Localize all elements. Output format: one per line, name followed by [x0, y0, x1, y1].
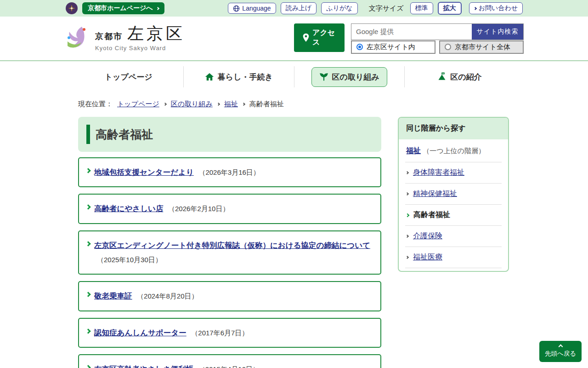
article-item: 左京区エンディングノート付き特別広報誌（仮称）における協定の締結について （20…	[78, 230, 381, 275]
sidebar-item-welfare-medical[interactable]: 福祉医療	[405, 247, 502, 268]
article-link[interactable]: 地域包括支援センターだより	[94, 168, 194, 176]
page-title: 高齢者福祉	[96, 127, 153, 142]
main-navigation: トップページ 暮らし・手続き 区の取り組み	[0, 61, 588, 92]
article-link[interactable]: 認知症あんしんサポーター	[94, 328, 187, 337]
sidebar-item-label[interactable]: 介護保険	[413, 231, 442, 241]
contact-label: お問い合わせ	[479, 4, 518, 12]
article-link[interactable]: 左京区高齢者やさしさ便利帳	[94, 365, 193, 368]
map-pin-icon	[302, 33, 310, 42]
article-link[interactable]: 左京区エンディングノート付き特別広報誌（仮称）における協定の締結について	[94, 241, 370, 249]
nav-introduction-label: 区の紹介	[450, 72, 481, 82]
page-title-box: 高齢者福祉	[78, 117, 381, 152]
article-item: 左京区高齢者やさしさ便利帳 （2015年4月10日）	[78, 354, 381, 368]
nav-top-page-label: トップページ	[105, 72, 153, 82]
breadcrumb-link-top[interactable]: トップページ	[117, 100, 159, 109]
font-large-button[interactable]: 拡大	[438, 2, 462, 15]
article-link[interactable]: 高齢者にやさしい店	[94, 204, 163, 213]
chevron-right-icon	[85, 241, 90, 246]
scope-city-label: 京都市サイト全体	[455, 43, 510, 52]
mountain-flag-icon	[437, 72, 447, 81]
main-content: 高齢者福祉 地域包括支援センターだより （2026年3月16日） 高齢者にやさし…	[78, 117, 381, 368]
furigana-button[interactable]: ふりがな	[321, 2, 357, 14]
nav-living-procedures[interactable]: 暮らし・手続き	[183, 66, 294, 87]
nav-ward-initiatives[interactable]: 区の取り組み	[294, 66, 404, 87]
article-date: （2017年6月7日）	[191, 329, 249, 337]
sidebar-item-label[interactable]: 身体障害者福祉	[413, 168, 464, 178]
logo-ward-text: 左京区	[127, 25, 185, 42]
nav-living-label: 暮らし・手続き	[218, 72, 273, 82]
sidebar-item-physical-disability[interactable]: 身体障害者福祉	[405, 162, 502, 183]
article-link[interactable]: 敬老乗車証	[94, 292, 132, 300]
site-search: サイト内検索 左京区サイト内 京都市サイト全体	[351, 23, 524, 54]
article-item: 認知症あんしんサポーター （2017年6月7日）	[78, 318, 381, 348]
radio-selected-icon	[356, 44, 363, 50]
chevron-up-icon	[558, 345, 563, 349]
back-to-top-label: 先頭へ戻る	[545, 350, 576, 358]
chevron-right-icon	[85, 205, 90, 210]
sidebar-item-label[interactable]: 福祉医療	[413, 253, 442, 262]
same-level-panel: 同じ階層から探す 福祉 （一つ上位の階層） 身体障害者福祉 精神保健福祉 高齢者…	[398, 117, 509, 272]
chevron-right-icon	[164, 103, 167, 106]
breadcrumb-link-initiatives[interactable]: 区の取り組み	[171, 100, 213, 109]
read-aloud-button[interactable]: 読み上げ	[281, 2, 317, 14]
nav-initiatives-label: 区の取り組み	[332, 72, 379, 82]
search-scope-city-radio[interactable]: 京都市サイト全体	[439, 40, 524, 54]
search-button-label: サイト内検索	[477, 28, 519, 35]
sidebar-item-current-label: 高齢者福祉	[413, 210, 450, 220]
chevron-right-icon	[406, 213, 409, 217]
chevron-right-icon	[406, 192, 409, 196]
language-button[interactable]: Language	[228, 3, 276, 14]
sidebar-item-mental-health[interactable]: 精神保健福祉	[405, 183, 502, 204]
chevron-right-icon	[217, 103, 220, 106]
logo-english-text: Kyoto City Sakyo Ward	[95, 45, 185, 52]
chevron-right-icon	[85, 292, 90, 297]
font-standard-button[interactable]: 標準	[410, 2, 433, 14]
chevron-right-icon	[85, 365, 90, 368]
search-input[interactable]	[351, 24, 472, 40]
sidebar-item-elderly-welfare: 高齢者福祉	[405, 204, 502, 225]
house-icon	[205, 72, 214, 81]
logo-city-text: 京都市	[95, 31, 123, 42]
chevron-right-icon	[474, 6, 477, 10]
article-date: （2026年3月16日）	[198, 168, 260, 176]
article-date: （2026年2月10日）	[168, 205, 229, 213]
nav-top-page[interactable]: トップページ	[74, 66, 183, 87]
sidebar-item-label[interactable]: 精神保健福祉	[413, 189, 457, 199]
site-logo[interactable]: 京都市 左京区 Kyoto City Sakyo Ward	[66, 25, 185, 52]
chevron-right-icon	[406, 256, 409, 259]
font-large-label: 拡大	[443, 4, 456, 12]
sidebar-parent-note: （一つ上位の階層）	[423, 147, 485, 155]
chevron-right-icon	[406, 171, 409, 174]
search-scope-ward-radio[interactable]: 左京区サイト内	[351, 40, 435, 54]
access-button[interactable]: アクセス	[294, 23, 345, 52]
access-label: アクセス	[312, 28, 336, 47]
utility-bar: 京都市ホームページへ Language 読み上げ ふりがな 文字サイズ 標準 拡…	[0, 0, 588, 17]
globe-icon	[233, 5, 240, 12]
language-label: Language	[242, 5, 271, 12]
kyoto-home-label: 京都市ホームページへ	[88, 4, 153, 12]
sidebar-parent-link[interactable]: 福祉	[406, 147, 421, 155]
article-item: 地域包括支援センターだより （2026年3月16日）	[78, 157, 381, 187]
chevron-right-icon	[242, 103, 245, 106]
sidebar-item-nursing-insurance[interactable]: 介護保険	[405, 225, 502, 247]
side-panel-title: 同じ階層から探す	[399, 118, 508, 139]
radio-unselected-icon	[445, 44, 451, 50]
contact-button[interactable]: お問い合わせ	[469, 2, 523, 14]
nav-ward-introduction[interactable]: 区の紹介	[404, 66, 514, 87]
article-item: 敬老乗車証 （2024年8月20日）	[78, 281, 381, 311]
sidebar-parent-row: 福祉 （一つ上位の階層）	[405, 140, 502, 162]
kyoto-home-button[interactable]: 京都市ホームページへ	[82, 2, 164, 14]
breadcrumb-label: 現在位置：	[78, 100, 113, 109]
search-submit-button[interactable]: サイト内検索	[472, 24, 523, 40]
sakyo-ward-logo-icon	[66, 25, 90, 49]
site-header: 京都市 左京区 Kyoto City Sakyo Ward アクセス サイト内検…	[0, 17, 588, 61]
back-to-top-button[interactable]: 先頭へ戻る	[539, 341, 582, 362]
title-accent-bar	[86, 125, 90, 144]
font-size-label: 文字サイズ	[369, 4, 404, 13]
chevron-right-icon	[85, 328, 90, 334]
scope-ward-label: 左京区サイト内	[367, 43, 415, 52]
breadcrumb-current: 高齢者福祉	[249, 100, 284, 109]
breadcrumb: 現在位置： トップページ 区の取り組み 福祉 高齢者福祉	[0, 92, 588, 112]
breadcrumb-link-welfare[interactable]: 福祉	[224, 100, 238, 109]
font-standard-label: 標準	[415, 4, 428, 12]
